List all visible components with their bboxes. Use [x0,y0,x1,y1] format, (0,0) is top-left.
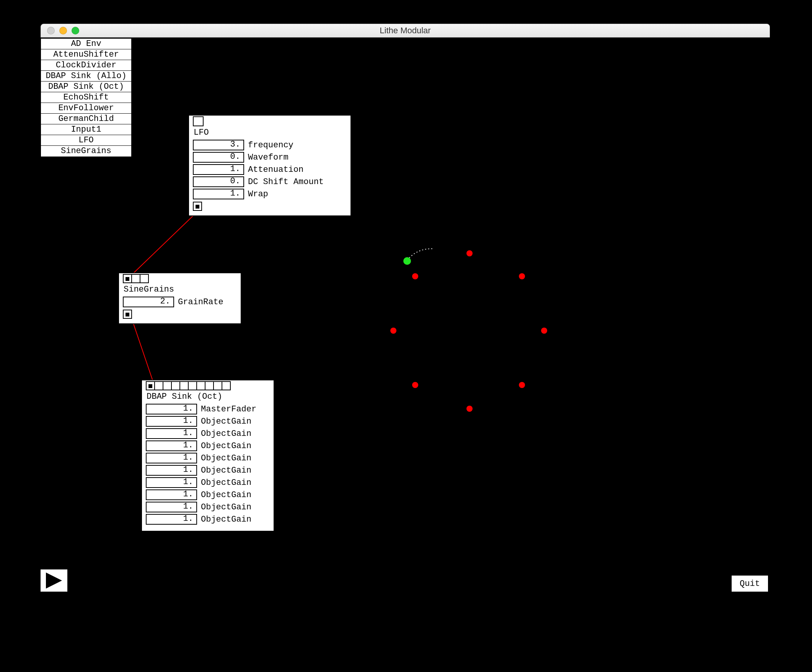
palette-item[interactable]: GermanChild [41,114,131,125]
lfo-param-value[interactable]: 1. [193,164,244,175]
dbap-inlet-6[interactable] [196,381,205,391]
dbap-inlet-9[interactable] [222,381,231,391]
lfo-param-value[interactable]: 1. [193,189,244,200]
dbap-inlet-3[interactable] [171,381,180,391]
lfo-param-row: 3.frequency [193,140,347,150]
palette-item[interactable]: ClockDivider [41,60,131,71]
palette-item[interactable]: AttenuShifter [41,49,131,60]
lfo-param-value[interactable]: 0. [193,176,244,187]
dbap-inlet-4[interactable] [179,381,189,391]
lfo-param-row: 1.Wrap [193,189,347,200]
dbap-param-row: 1.ObjectGain [146,440,270,451]
palette-item[interactable]: EnvFollower [41,103,131,114]
lfo-param-label: frequency [248,140,293,150]
dbap-param-label: ObjectGain [201,466,251,475]
dbap-param-label: ObjectGain [201,490,251,500]
dbap-param-row: 1.ObjectGain [146,453,270,464]
speaker-node[interactable] [466,250,473,256]
lfo-param-label: Wrap [248,189,268,199]
spatial-panner[interactable] [367,230,582,444]
module-lfo[interactable]: LFO 3.frequency0.Waveform1.Attenuation0.… [188,115,351,216]
sinegrains-param-label: GrainRate [178,297,223,307]
lfo-param-label: Attenuation [248,165,304,174]
dbap-inlet-8[interactable] [213,381,222,391]
palette-item[interactable]: LFO [41,135,131,146]
dbap-param-value[interactable]: 1. [146,416,197,427]
sinegrains-param-row: 2.GrainRate [123,297,237,307]
dbap-param-row: 1.ObjectGain [146,477,270,488]
close-icon[interactable] [47,27,55,34]
dbap-param-row: 1.ObjectGain [146,416,270,427]
lfo-param-label: Waveform [248,153,288,162]
module-palette: AD EnvAttenuShifterClockDividerDBAP Sink… [41,38,131,157]
dbap-param-value[interactable]: 1. [146,465,197,476]
quit-label: Quit [740,579,760,588]
lfo-param-row: 0.Waveform [193,152,347,163]
dbap-param-value[interactable]: 1. [146,514,197,525]
zoom-icon[interactable] [72,27,79,34]
palette-item[interactable]: DBAP Sink (Allo) [41,71,131,82]
speaker-node[interactable] [541,327,547,334]
speaker-node[interactable] [466,406,473,412]
speaker-node[interactable] [412,382,418,388]
quit-button[interactable]: Quit [732,576,768,592]
sinegrains-inlet-2[interactable] [140,274,149,283]
module-dbap-sink-oct[interactable]: DBAP Sink (Oct) 1.MasterFader1.ObjectGai… [141,380,275,532]
speaker-node[interactable] [412,273,418,280]
play-button[interactable] [41,570,67,592]
dbap-param-label: ObjectGain [201,441,251,451]
sinegrains-outlet-0[interactable] [123,310,132,319]
module-title: DBAP Sink (Oct) [146,391,270,402]
dbap-param-value[interactable]: 1. [146,453,197,464]
dbap-param-value[interactable]: 1. [146,490,197,500]
svg-line-1 [131,318,154,385]
speaker-node[interactable] [519,382,525,388]
dbap-inlet-1[interactable] [154,381,164,391]
dbap-param-label: MasterFader [201,404,256,414]
dbap-param-row: 1.ObjectGain [146,428,270,439]
svg-line-0 [129,211,198,278]
dbap-inlet-5[interactable] [188,381,197,391]
source-trail [367,230,582,444]
lfo-outlet-0[interactable] [193,202,202,211]
dbap-param-label: ObjectGain [201,478,251,488]
play-icon [44,572,63,589]
dbap-param-row: 1.ObjectGain [146,502,270,512]
window-titlebar: Lithe Modular [41,24,770,38]
dbap-inlet-2[interactable] [163,381,172,391]
speaker-node[interactable] [519,273,525,280]
minimize-icon[interactable] [59,27,67,34]
lfo-param-label: DC Shift Amount [248,177,324,187]
sinegrains-inlet-1[interactable] [131,274,140,283]
dbap-inlet-7[interactable] [205,381,214,391]
svg-marker-2 [46,573,62,588]
palette-item[interactable]: DBAP Sink (Oct) [41,82,131,92]
source-node[interactable] [403,257,411,265]
dbap-param-row: 1.ObjectGain [146,514,270,525]
sinegrains-inlet-0[interactable] [123,274,132,283]
dbap-param-value[interactable]: 1. [146,502,197,512]
dbap-param-row: 1.ObjectGain [146,490,270,500]
dbap-param-value[interactable]: 1. [146,477,197,488]
dbap-param-value[interactable]: 1. [146,440,197,451]
dbap-inlet-0[interactable] [146,381,155,391]
window-controls [41,27,79,34]
lfo-param-value[interactable]: 3. [193,140,244,150]
palette-item[interactable]: AD Env [41,39,131,49]
sinegrains-param-value[interactable]: 2. [123,297,174,307]
dbap-param-row: 1.MasterFader [146,404,270,414]
lfo-inlet-0[interactable] [193,116,203,126]
dbap-param-value[interactable]: 1. [146,428,197,439]
window-title: Lithe Modular [41,26,769,36]
speaker-node[interactable] [390,327,396,334]
module-title: SineGrains [123,283,237,295]
palette-item[interactable]: EchoShift [41,92,131,103]
dbap-param-label: ObjectGain [201,454,251,463]
dbap-param-value[interactable]: 1. [146,404,197,414]
lfo-param-value[interactable]: 0. [193,152,244,163]
dbap-param-label: ObjectGain [201,503,251,512]
module-sinegrains[interactable]: SineGrains 2.GrainRate [118,273,241,324]
palette-item[interactable]: Input1 [41,125,131,135]
dbap-param-row: 1.ObjectGain [146,465,270,476]
palette-item[interactable]: SineGrains [41,146,131,157]
